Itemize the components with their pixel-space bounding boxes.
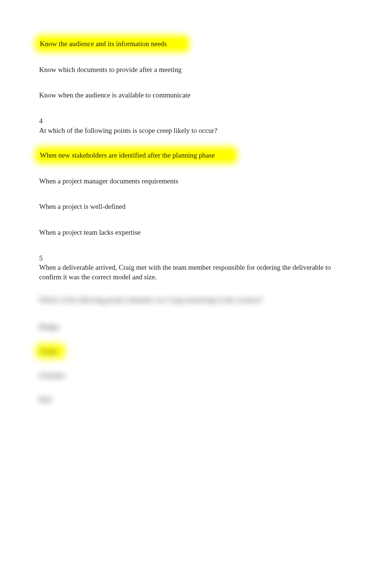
answer-option: Risk [39, 395, 353, 404]
highlighted-text: When new stakeholders are identified aft… [39, 151, 233, 160]
document-page: Know the audience and its information ne… [0, 0, 392, 404]
answer-option: When a project team lacks expertise [39, 228, 353, 237]
answer-text: Risk [39, 396, 52, 403]
question-intro: When a deliverable arrived, Craig met wi… [39, 263, 353, 282]
answer-option: Budget [39, 322, 353, 332]
highlighted-text: Scope [39, 347, 62, 355]
blurred-question-text: Which of the following project elements … [39, 295, 353, 305]
answer-text: Budget [39, 323, 59, 331]
question-text: At which of the following points is scop… [39, 126, 353, 135]
answer-option: Know the audience and its information ne… [39, 39, 353, 49]
answer-text: Know when the audience is available to c… [39, 91, 190, 99]
answer-option: Know which documents to provide after a … [39, 65, 353, 75]
answer-text: When a project manager documents require… [39, 177, 178, 185]
question-number: 5 [39, 253, 353, 263]
answer-text: Know which documents to provide after a … [39, 66, 182, 73]
answer-option: When a project is well-defined [39, 202, 353, 211]
question-number: 4 [39, 116, 353, 126]
answer-option: When new stakeholders are identified aft… [39, 151, 353, 160]
blurred-preview: Which of the following project elements … [39, 295, 353, 404]
answer-option: When a project manager documents require… [39, 176, 353, 186]
answer-text: When a project is well-defined [39, 203, 125, 210]
answer-option: Scope [39, 346, 353, 356]
answer-option: Know when the audience is available to c… [39, 90, 353, 100]
answer-text: Schedule [39, 372, 65, 379]
answer-option: Schedule [39, 371, 353, 380]
answer-text: When a project team lacks expertise [39, 228, 141, 236]
highlighted-text: Know the audience and its information ne… [39, 39, 185, 48]
